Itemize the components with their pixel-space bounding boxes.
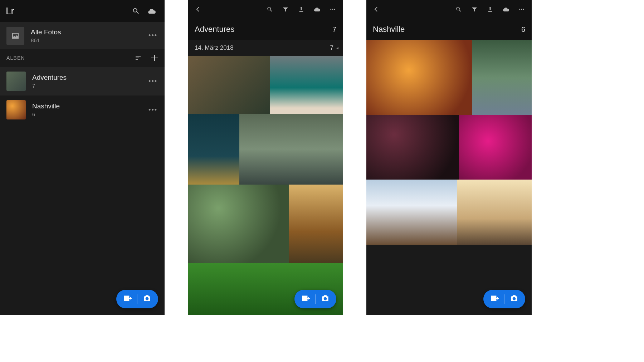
- cloud-icon[interactable]: [144, 3, 160, 19]
- album-total-count: 7: [332, 25, 336, 34]
- date-count: 7: [330, 44, 333, 52]
- panel-album-nashville: Nashville 6: [366, 0, 532, 315]
- add-photo-icon[interactable]: [123, 294, 132, 304]
- sort-icon[interactable]: [131, 50, 147, 66]
- albums-label: ALBEN: [6, 55, 25, 61]
- more-icon[interactable]: [514, 1, 530, 17]
- plus-icon[interactable]: [147, 50, 162, 66]
- camera-icon[interactable]: [509, 294, 519, 304]
- search-icon[interactable]: [128, 3, 144, 19]
- app-logo: Lr: [3, 5, 17, 17]
- add-photo-icon[interactable]: [490, 294, 499, 304]
- detail-top-bar: [188, 0, 343, 19]
- more-icon[interactable]: [325, 1, 341, 17]
- photo-thumbnail[interactable]: [188, 114, 239, 185]
- share-icon[interactable]: [293, 1, 309, 17]
- camera-icon[interactable]: [321, 294, 330, 304]
- album-total-count: 6: [521, 25, 525, 34]
- photo-thumbnail[interactable]: [366, 115, 459, 180]
- photo-thumbnail[interactable]: [457, 180, 532, 245]
- more-icon[interactable]: •••: [145, 103, 161, 117]
- back-icon[interactable]: [190, 1, 206, 17]
- cloud-icon[interactable]: [498, 1, 514, 17]
- search-icon[interactable]: [451, 1, 467, 17]
- album-count: 6: [32, 111, 60, 117]
- filter-icon[interactable]: [278, 1, 293, 17]
- search-icon[interactable]: [262, 1, 278, 17]
- album-thumbnail: [6, 100, 26, 119]
- filter-icon[interactable]: [467, 1, 482, 17]
- top-bar: Lr: [0, 0, 165, 22]
- album-title-row: Nashville 6: [366, 19, 532, 40]
- fab-divider: [315, 294, 316, 304]
- photo-thumbnail[interactable]: [188, 56, 270, 114]
- album-row-adventures[interactable]: Adventures 7 •••: [0, 67, 165, 96]
- date-label: 14. März 2018: [195, 44, 234, 52]
- album-count: 7: [32, 83, 67, 89]
- panel-album-adventures: Adventures 7 14. März 2018 7 ◂: [188, 0, 343, 315]
- fab-divider: [504, 294, 504, 304]
- photo-thumbnail[interactable]: [459, 115, 532, 180]
- photo-thumbnail[interactable]: [289, 185, 343, 263]
- photo-grid: [366, 40, 532, 245]
- album-name: Adventures: [32, 74, 67, 82]
- all-photos-title: Alle Fotos: [31, 28, 61, 36]
- photo-thumbnail[interactable]: [270, 56, 343, 114]
- back-icon[interactable]: [369, 1, 384, 17]
- add-fab[interactable]: [294, 290, 336, 308]
- album-row-nashville[interactable]: Nashville 6 •••: [0, 96, 165, 124]
- photo-thumbnail[interactable]: [472, 40, 532, 115]
- photo-grid: [188, 56, 343, 315]
- photo-thumbnail[interactable]: [188, 185, 289, 263]
- albums-header: ALBEN: [0, 49, 165, 67]
- all-photos-row[interactable]: Alle Fotos 861 •••: [0, 22, 165, 49]
- detail-top-bar: [366, 0, 532, 19]
- all-photos-count: 861: [31, 37, 61, 43]
- picture-icon: [6, 27, 24, 45]
- photo-thumbnail[interactable]: [366, 180, 457, 245]
- photo-thumbnail[interactable]: [239, 114, 343, 185]
- date-group-header[interactable]: 14. März 2018 7 ◂: [188, 40, 343, 56]
- camera-icon[interactable]: [142, 294, 152, 304]
- album-thumbnail: [6, 72, 26, 91]
- add-fab[interactable]: [116, 290, 158, 308]
- cloud-icon[interactable]: [309, 1, 325, 17]
- album-title: Adventures: [195, 25, 234, 34]
- photo-thumbnail[interactable]: [366, 40, 472, 115]
- album-name: Nashville: [32, 102, 60, 110]
- collapse-icon: ◂: [336, 45, 338, 50]
- album-title: Nashville: [373, 25, 405, 34]
- panel-library: Lr Alle Fotos 861 ••• ALBEN Adventures 7…: [0, 0, 165, 315]
- fab-divider: [137, 294, 137, 304]
- album-title-row: Adventures 7: [188, 19, 343, 40]
- share-icon[interactable]: [482, 1, 498, 17]
- more-icon[interactable]: •••: [145, 28, 161, 43]
- add-photo-icon[interactable]: [301, 294, 310, 304]
- add-fab[interactable]: [483, 290, 525, 308]
- more-icon[interactable]: •••: [145, 74, 161, 89]
